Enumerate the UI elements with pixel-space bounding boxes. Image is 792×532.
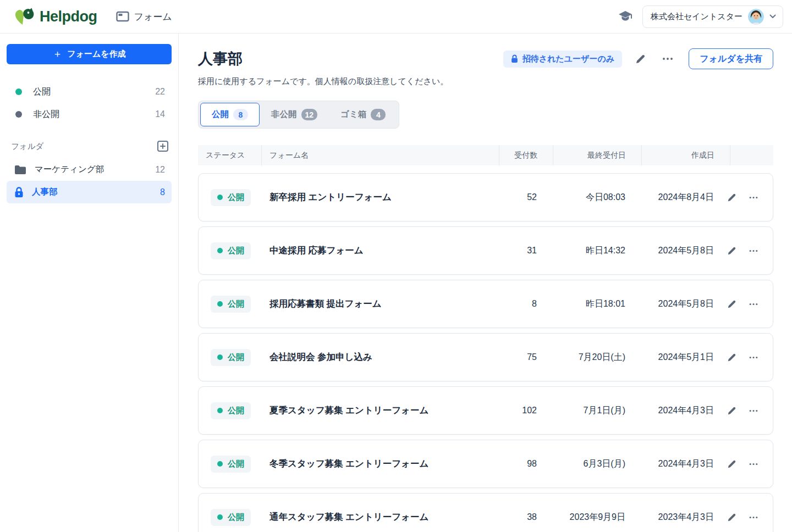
last-received-date: 6月3日(月) bbox=[552, 458, 641, 470]
top-bar: Helpdog フォーム 株式会社セイントスター bbox=[0, 0, 792, 34]
status-dot-icon bbox=[217, 514, 223, 520]
status-label: 公開 bbox=[228, 512, 244, 523]
row-more-button[interactable] bbox=[746, 407, 761, 414]
org-name: 株式会社セイントスター bbox=[651, 12, 743, 22]
row-more-button[interactable] bbox=[746, 354, 761, 361]
tab-count-badge: 12 bbox=[301, 109, 318, 120]
form-name-link[interactable]: 冬季スタッフ募集 エントリーフォーム bbox=[262, 458, 498, 470]
product-switcher[interactable]: フォーム bbox=[116, 10, 172, 23]
form-name-link[interactable]: 夏季スタッフ募集 エントリーフォーム bbox=[262, 404, 498, 417]
sidebar-folder-hr[interactable]: 人事部 8 bbox=[7, 181, 172, 203]
table-row[interactable]: 公開 通年スタッフ募集 エントリーフォーム 38 2023年9月9日 2023年… bbox=[198, 493, 773, 532]
status-label: 公開 bbox=[228, 352, 244, 363]
table-row[interactable]: 公開 中途採用 応募フォーム 31 昨日14:32 2024年5月8日 bbox=[198, 226, 773, 275]
helpdog-logo[interactable]: Helpdog bbox=[13, 7, 97, 26]
row-more-button[interactable] bbox=[746, 301, 761, 308]
status-badge: 公開 bbox=[211, 456, 251, 473]
submission-count: 8 bbox=[498, 299, 552, 309]
form-name-link[interactable]: 中途採用 応募フォーム bbox=[262, 245, 498, 257]
last-received-date: 7月1日(月) bbox=[552, 405, 641, 417]
status-dot-icon bbox=[217, 301, 223, 307]
col-count: 受付数 bbox=[499, 145, 553, 165]
row-more-button[interactable] bbox=[746, 461, 761, 468]
page-title: 人事部 bbox=[198, 49, 243, 69]
sidebar-folder-marketing[interactable]: マーケティング部 12 bbox=[7, 158, 172, 181]
folder-label: マーケティング部 bbox=[35, 164, 104, 175]
form-name-link[interactable]: 採用応募書類 提出フォーム bbox=[262, 298, 498, 310]
status-dot-icon bbox=[217, 408, 223, 413]
status-dot-icon bbox=[217, 195, 223, 200]
table-row[interactable]: 公開 新卒採用 エントリーフォーム 52 今日08:03 2024年8月4日 bbox=[198, 173, 773, 221]
create-form-button[interactable]: ＋ フォームを作成 bbox=[7, 44, 172, 64]
tab-label: 非公開 bbox=[271, 109, 297, 120]
table-row[interactable]: 公開 夏季スタッフ募集 エントリーフォーム 102 7月1日(月) 2024年4… bbox=[198, 386, 773, 435]
logo-wordmark: Helpdog bbox=[40, 8, 97, 25]
submission-count: 31 bbox=[498, 246, 552, 256]
form-product-icon bbox=[116, 11, 129, 22]
tab-label: 公開 bbox=[212, 109, 229, 120]
status-label: 公開 bbox=[228, 406, 244, 416]
folders-section-title: フォルダ bbox=[11, 141, 43, 152]
status-label: 公開 bbox=[228, 192, 244, 203]
status-label: 公開 bbox=[228, 459, 244, 469]
col-form-name: フォーム名 bbox=[261, 145, 499, 165]
visibility-badge-label: 招待されたユーザーのみ bbox=[522, 54, 614, 64]
edit-folder-button[interactable] bbox=[632, 51, 649, 68]
status-badge: 公開 bbox=[211, 189, 251, 206]
sidebar-item-published[interactable]: 公開 22 bbox=[7, 81, 172, 103]
form-name-link[interactable]: 新卒採用 エントリーフォーム bbox=[262, 191, 498, 203]
more-options-button[interactable] bbox=[659, 54, 676, 64]
plus-icon: ＋ bbox=[52, 49, 62, 59]
edit-form-button[interactable] bbox=[725, 511, 739, 524]
form-name-link[interactable]: 通年スタッフ募集 エントリーフォーム bbox=[262, 511, 498, 523]
add-folder-button[interactable] bbox=[156, 140, 169, 153]
edit-form-button[interactable] bbox=[725, 457, 739, 471]
edit-form-button[interactable] bbox=[725, 351, 739, 364]
last-received-date: 2023年9月9日 bbox=[552, 512, 641, 523]
folder-description: 採用に使用するフォームです。個人情報の取扱注意してください。 bbox=[198, 76, 773, 87]
table-row[interactable]: 公開 会社説明会 参加申し込み 75 7月20日(土) 2024年5月1日 bbox=[198, 333, 773, 381]
tab-label: ゴミ箱 bbox=[340, 109, 366, 120]
status-label: 公開 bbox=[228, 246, 244, 256]
folder-count: 12 bbox=[155, 165, 165, 175]
edit-form-button[interactable] bbox=[725, 297, 739, 311]
table-row[interactable]: 公開 冬季スタッフ募集 エントリーフォーム 98 6月3日(月) 2024年4月… bbox=[198, 440, 773, 488]
status-badge: 公開 bbox=[211, 402, 251, 419]
col-created: 作成日 bbox=[641, 145, 730, 165]
tab-published[interactable]: 公開 8 bbox=[200, 103, 260, 126]
main-content: 人事部 招待されたユーザーのみ フォルダを共有 採用に使用するフォーム bbox=[179, 34, 792, 532]
created-date: 2023年4月3日 bbox=[641, 512, 729, 523]
created-date: 2024年5月8日 bbox=[641, 245, 729, 257]
learning-icon[interactable] bbox=[617, 9, 634, 24]
status-dot-icon bbox=[217, 248, 223, 253]
sidebar-item-count: 22 bbox=[155, 87, 165, 97]
product-label: フォーム bbox=[134, 10, 172, 23]
row-more-button[interactable] bbox=[746, 514, 761, 521]
submission-count: 52 bbox=[498, 192, 552, 202]
status-dot-icon bbox=[217, 354, 223, 360]
status-dot-icon bbox=[217, 461, 223, 467]
status-badge: 公開 bbox=[211, 296, 251, 313]
sidebar-item-count: 14 bbox=[155, 109, 165, 119]
sidebar-item-unpublished[interactable]: 非公開 14 bbox=[7, 103, 172, 125]
share-folder-button[interactable]: フォルダを共有 bbox=[689, 48, 773, 69]
table-header: ステータス フォーム名 受付数 最終受付日 作成日 bbox=[198, 145, 773, 165]
submission-count: 38 bbox=[498, 512, 552, 522]
lock-icon bbox=[14, 187, 24, 198]
tab-unpublished[interactable]: 非公開 12 bbox=[260, 103, 329, 126]
account-menu[interactable]: 株式会社セイントスター bbox=[642, 5, 783, 28]
row-more-button[interactable] bbox=[746, 194, 761, 201]
tab-trash[interactable]: ゴミ箱 4 bbox=[329, 103, 397, 126]
col-status: ステータス bbox=[198, 145, 261, 165]
visibility-badge: 招待されたユーザーのみ bbox=[503, 51, 622, 68]
form-name-link[interactable]: 会社説明会 参加申し込み bbox=[262, 351, 498, 363]
row-more-button[interactable] bbox=[746, 247, 761, 254]
tab-count-badge: 4 bbox=[371, 109, 386, 120]
edit-form-button[interactable] bbox=[725, 244, 739, 258]
edit-form-button[interactable] bbox=[725, 191, 739, 204]
table-row[interactable]: 公開 採用応募書類 提出フォーム 8 昨日18:01 2024年5月8日 bbox=[198, 280, 773, 328]
tab-count-badge: 8 bbox=[233, 109, 248, 120]
edit-form-button[interactable] bbox=[725, 404, 739, 418]
submission-count: 75 bbox=[498, 352, 552, 362]
last-received-date: 昨日18:01 bbox=[552, 298, 641, 310]
